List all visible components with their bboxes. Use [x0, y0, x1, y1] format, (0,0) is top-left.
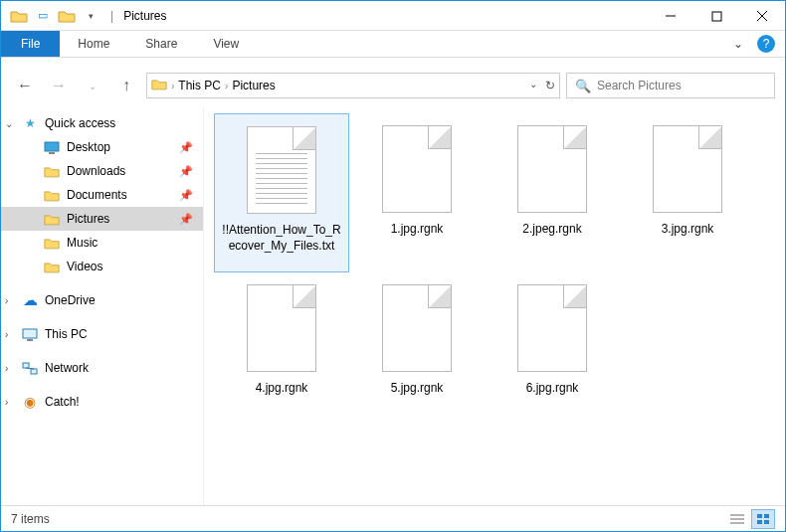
svg-rect-4: [45, 142, 59, 151]
svg-rect-9: [31, 369, 37, 374]
sidebar-item-music[interactable]: Music: [1, 231, 203, 255]
sidebar-item-network[interactable]: ›Network: [1, 356, 203, 380]
sidebar-item-label: This PC: [45, 327, 88, 341]
text-file-icon: [247, 126, 316, 214]
sidebar-item-desktop[interactable]: Desktop📌: [1, 135, 203, 159]
svg-rect-14: [757, 514, 762, 518]
documents-icon: [43, 186, 61, 204]
forward-button[interactable]: →: [45, 72, 73, 99]
ribbon-tab-home[interactable]: Home: [60, 31, 127, 57]
close-button[interactable]: [739, 1, 785, 31]
file-name-label: 6.jpg.rgnk: [526, 381, 579, 397]
sidebar-item-downloads[interactable]: Downloads📌: [1, 159, 203, 183]
ribbon-expand-icon[interactable]: ⌄: [733, 37, 743, 51]
ribbon-tab-view[interactable]: View: [195, 31, 257, 57]
help-icon[interactable]: ?: [757, 35, 775, 53]
up-button[interactable]: ↑: [112, 72, 140, 99]
large-icons-view-button[interactable]: [751, 509, 775, 529]
status-bar: 7 items: [1, 505, 785, 531]
file-item[interactable]: 6.jpg.rgnk: [485, 272, 620, 432]
title-separator: |: [110, 9, 113, 23]
details-view-button[interactable]: [725, 509, 749, 529]
svg-rect-6: [23, 329, 37, 338]
file-name-label: 1.jpg.rgnk: [391, 222, 444, 238]
desktop-icon: [43, 138, 61, 156]
file-item[interactable]: 3.jpg.rgnk: [620, 113, 755, 272]
generic-file-icon: [653, 125, 722, 213]
recent-dropdown-icon[interactable]: ⌄: [79, 72, 106, 99]
sidebar-item-onedrive[interactable]: ›☁OneDrive: [1, 288, 203, 312]
chevron-down-icon[interactable]: ⌄: [5, 118, 13, 129]
file-list[interactable]: !!Attention_How_To_Recover_My_Files.txt1…: [204, 107, 785, 505]
maximize-button[interactable]: [693, 1, 739, 31]
thispc-icon: [21, 325, 39, 343]
sidebar-item-pictures[interactable]: Pictures📌: [1, 207, 203, 231]
file-item[interactable]: !!Attention_How_To_Recover_My_Files.txt: [214, 113, 349, 272]
chevron-right-icon[interactable]: ›: [171, 81, 174, 91]
properties-icon[interactable]: ▭: [33, 6, 53, 26]
pin-icon: 📌: [179, 165, 193, 178]
generic-file-icon: [382, 284, 452, 372]
back-button[interactable]: ←: [11, 72, 39, 99]
navigation-pane[interactable]: ⌄ ★ Quick access Desktop📌Downloads📌Docum…: [1, 107, 204, 505]
sidebar-quick-access[interactable]: ⌄ ★ Quick access: [1, 111, 203, 135]
file-item[interactable]: 2.jpeg.rgnk: [485, 113, 620, 272]
sidebar-item-label: Network: [45, 361, 89, 375]
sidebar-item-label: Downloads: [67, 164, 125, 178]
file-name-label: 4.jpg.rgnk: [256, 381, 308, 397]
generic-file-icon: [382, 125, 452, 213]
chevron-right-icon[interactable]: ›: [5, 397, 8, 408]
search-icon: 🔍: [575, 79, 591, 93]
window-title: Pictures: [123, 9, 166, 23]
chevron-right-icon[interactable]: ›: [225, 81, 228, 91]
sidebar-item-label: Catch!: [45, 395, 80, 409]
music-icon: [43, 234, 61, 252]
ribbon-file-tab[interactable]: File: [1, 31, 60, 57]
new-folder-icon[interactable]: [57, 6, 77, 26]
sidebar-item-this-pc[interactable]: ›This PC: [1, 322, 203, 346]
address-bar[interactable]: › This PC › Pictures ⌄ ↻: [146, 73, 560, 98]
file-name-label: 5.jpg.rgnk: [391, 381, 444, 397]
address-dropdown-icon[interactable]: ⌄: [529, 79, 537, 92]
star-icon: ★: [21, 114, 39, 132]
svg-rect-16: [757, 520, 762, 524]
onedrive-icon: ☁: [21, 291, 39, 309]
explorer-icon: [9, 6, 29, 26]
breadcrumb-item[interactable]: This PC: [178, 79, 221, 92]
sidebar-item-videos[interactable]: Videos: [1, 255, 203, 278]
svg-rect-17: [764, 520, 769, 524]
sidebar-item-label: Documents: [67, 188, 127, 202]
pin-icon: 📌: [179, 141, 193, 154]
ribbon-tab-share[interactable]: Share: [127, 31, 195, 57]
window-controls: [648, 1, 785, 31]
svg-rect-15: [764, 514, 769, 518]
chevron-right-icon[interactable]: ›: [5, 295, 8, 306]
search-placeholder: Search Pictures: [597, 79, 682, 92]
sidebar-item-label: Music: [67, 236, 98, 250]
file-name-label: 3.jpg.rgnk: [662, 222, 714, 238]
qat-dropdown-icon[interactable]: ▾: [81, 6, 100, 26]
catch-icon: ◉: [21, 393, 39, 411]
chevron-right-icon[interactable]: ›: [5, 363, 8, 374]
refresh-icon[interactable]: ↻: [545, 79, 555, 92]
sidebar-item-documents[interactable]: Documents📌: [1, 183, 203, 207]
pin-icon: 📌: [179, 189, 193, 202]
content-area: ⌄ ★ Quick access Desktop📌Downloads📌Docum…: [1, 107, 785, 505]
quick-access-toolbar: ▭ ▾ | Pictures: [1, 6, 166, 26]
videos-icon: [43, 258, 61, 275]
breadcrumb-item[interactable]: Pictures: [232, 79, 275, 92]
titlebar: ▭ ▾ | Pictures: [1, 1, 785, 31]
sidebar-item-label: OneDrive: [45, 293, 96, 307]
chevron-right-icon[interactable]: ›: [5, 329, 8, 340]
file-item[interactable]: 4.jpg.rgnk: [214, 272, 349, 432]
sidebar-item-catch-[interactable]: ›◉Catch!: [1, 390, 203, 414]
svg-rect-5: [49, 152, 55, 154]
file-item[interactable]: 1.jpg.rgnk: [349, 113, 485, 272]
sidebar-item-label: Quick access: [45, 116, 115, 130]
file-item[interactable]: 5.jpg.rgnk: [349, 272, 485, 432]
status-item-count: 7 items: [11, 512, 50, 526]
file-name-label: !!Attention_How_To_Recover_My_Files.txt: [222, 223, 341, 254]
search-input[interactable]: 🔍 Search Pictures: [566, 73, 775, 98]
sidebar-item-label: Desktop: [67, 140, 110, 154]
minimize-button[interactable]: [648, 1, 693, 31]
